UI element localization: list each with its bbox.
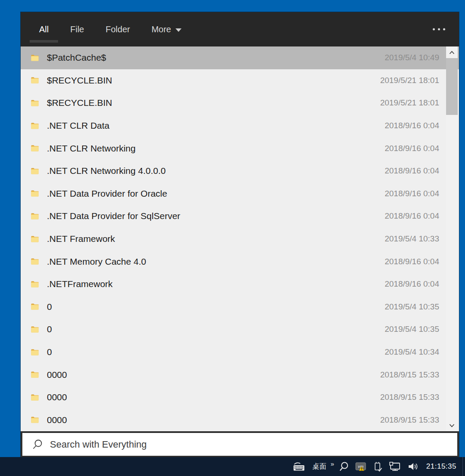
result-row[interactable]: 0 2019/5/4 10:35 [21,318,459,341]
result-row[interactable]: 0000 2018/9/15 15:33 [21,363,459,386]
result-name: .NET CLR Networking 4.0.0.0 [47,166,376,176]
result-date: 2018/9/16 0:04 [385,211,439,221]
result-date: 2018/9/15 15:33 [380,415,439,425]
result-row[interactable]: $PatchCache$ 2019/5/4 10:49 [21,46,459,69]
result-date: 2019/5/4 10:33 [385,234,439,244]
result-name: .NET Data Provider for SqlServer [47,211,376,221]
overflow-menu-button[interactable] [430,25,448,34]
desktop: All File Folder More [0,0,465,476]
folder-icon [31,100,39,106]
scrollbar-thumb[interactable] [446,58,458,115]
result-row[interactable]: .NETFramework 2018/9/16 0:04 [21,273,459,296]
result-row[interactable]: 0000 2018/9/15 15:33 [21,409,459,432]
taskbar: 桌面 » vm [0,457,465,476]
tray-overflow-chevron-icon[interactable]: » [329,460,335,467]
tab-more-label: More [151,25,171,34]
everything-search-window: All File Folder More [21,12,459,457]
folder-icon [31,123,39,129]
result-date: 2018/9/15 15:33 [380,370,439,380]
tab-more[interactable]: More [141,12,192,46]
result-name: $RECYCLE.BIN [47,75,372,86]
network-icon[interactable] [386,457,404,476]
result-date: 2018/9/16 0:04 [385,166,439,176]
folder-icon [31,168,39,174]
tab-all[interactable]: All [28,12,59,46]
result-row[interactable]: 0 2019/5/4 10:34 [21,341,459,364]
folder-icon [31,236,39,242]
desktop-toolbar-label[interactable]: 桌面 [308,462,329,471]
tab-file-label: File [70,25,84,34]
result-row[interactable]: .NET CLR Networking 4.0.0.0 2018/9/16 0:… [21,160,459,182]
filter-tabs: All File Folder More [28,12,192,46]
usb-device-icon[interactable] [370,457,386,476]
result-name: .NET Memory Cache 4.0 [47,257,376,267]
filter-tabbar: All File Folder More [21,12,459,46]
results-scrollbar[interactable] [446,46,458,431]
ellipsis-icon [433,28,435,31]
result-row[interactable]: .NET Framework 2019/5/4 10:33 [21,228,459,250]
result-date: 2018/9/16 0:04 [385,121,439,130]
result-date: 2019/5/21 18:01 [380,76,439,85]
result-name: $PatchCache$ [47,53,376,63]
results-list: $PatchCache$ 2019/5/4 10:49 $RECYCLE.BIN… [21,46,459,431]
result-date: 2019/5/21 18:01 [380,98,439,108]
result-name: 0000 [47,370,372,380]
result-name: $RECYCLE.BIN [47,98,372,108]
result-date: 2018/9/16 0:04 [385,257,439,266]
active-tab-indicator [30,40,58,43]
scroll-up-button[interactable] [446,46,458,58]
volume-icon[interactable] [404,457,422,476]
result-row[interactable]: .NET Data Provider for Oracle 2018/9/16 … [21,182,459,205]
result-name: 0000 [47,415,372,425]
result-date: 2018/9/16 0:04 [385,189,439,198]
result-date: 2019/5/4 10:34 [385,347,439,357]
result-date: 2018/9/15 15:33 [380,393,439,402]
result-name: 0 [47,302,376,312]
folder-icon [31,303,39,310]
result-row[interactable]: $RECYCLE.BIN 2019/5/21 18:01 [21,92,459,114]
everything-search-icon[interactable] [336,457,352,476]
result-row[interactable]: .NET CLR Networking 2018/9/16 0:04 [21,137,459,160]
result-date: 2019/5/4 10:49 [385,53,439,62]
folder-icon [31,417,39,423]
folder-icon [31,190,39,197]
folder-icon [31,258,39,265]
folder-icon [31,394,39,401]
tab-file[interactable]: File [59,12,95,46]
result-row[interactable]: .NET CLR Data 2018/9/16 0:04 [21,114,459,137]
search-input[interactable] [50,433,457,456]
chevron-up-icon [449,51,455,54]
chevron-down-icon [176,28,182,32]
taskbar-clock[interactable]: 21:15:35 [422,462,462,471]
search-bar [21,431,459,457]
chevron-down-icon [449,424,455,427]
vmware-tools-warning-icon[interactable]: vm [352,457,370,476]
folder-icon [31,281,39,287]
result-row[interactable]: .NET Memory Cache 4.0 2018/9/16 0:04 [21,250,459,273]
tab-folder[interactable]: Folder [95,12,141,46]
result-date: 2018/9/16 0:04 [385,144,439,153]
search-icon [32,439,43,450]
result-name: 0 [47,324,376,334]
result-name: .NET CLR Data [47,121,376,131]
result-name: 0000 [47,392,372,402]
folder-icon [31,213,39,219]
folder-icon [31,371,39,378]
result-row[interactable]: 0 2019/5/4 10:35 [21,296,459,318]
tab-folder-label: Folder [105,25,130,34]
folder-icon [31,349,39,355]
result-row[interactable]: 0000 2018/9/15 15:33 [21,386,459,409]
result-row[interactable]: $RECYCLE.BIN 2019/5/21 18:01 [21,69,459,92]
system-tray: 桌面 » vm [290,457,465,476]
tab-all-label: All [39,25,49,34]
touch-keyboard-icon[interactable] [290,457,308,476]
scroll-down-button[interactable] [446,420,458,431]
result-name: .NET Framework [47,234,376,244]
folder-icon [31,55,39,61]
result-row[interactable]: .NET Data Provider for SqlServer 2018/9/… [21,205,459,228]
result-date: 2018/9/16 0:04 [385,279,439,289]
show-desktop-button[interactable] [462,457,465,476]
search-box[interactable] [22,433,457,456]
result-date: 2019/5/4 10:35 [385,325,439,334]
result-name: .NETFramework [47,279,376,289]
